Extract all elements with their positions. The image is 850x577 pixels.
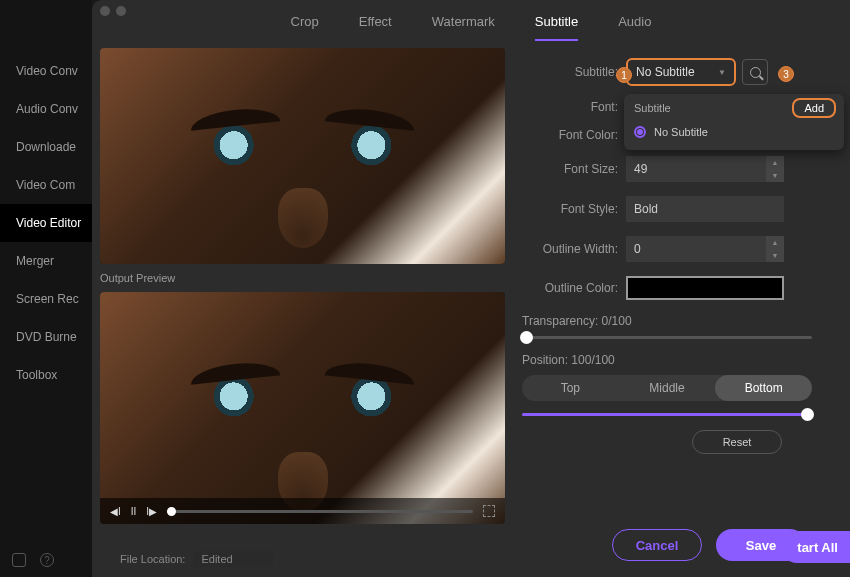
radio-on-icon: [634, 126, 646, 138]
cancel-button[interactable]: Cancel: [612, 529, 702, 561]
sidebar-item-toolbox[interactable]: Toolbox: [0, 356, 92, 394]
source-preview: [100, 48, 505, 264]
book-icon[interactable]: [12, 553, 26, 567]
position-slider[interactable]: [522, 413, 812, 416]
subtitle-option-none[interactable]: No Subtitle: [634, 122, 834, 142]
outline-color-swatch[interactable]: [626, 276, 784, 300]
annotation-badge-3: 3: [778, 66, 794, 82]
prev-frame-icon[interactable]: ◀I: [110, 506, 121, 517]
tab-watermark[interactable]: Watermark: [432, 14, 495, 41]
position-label: Position: 100/100: [522, 353, 842, 367]
file-location-value[interactable]: Edited: [193, 551, 272, 567]
annotation-badge-1: 1: [616, 67, 632, 83]
subtitle-label: Subtitle:: [522, 65, 626, 79]
sidebar: Video Conv Audio Conv Downloade Video Co…: [0, 0, 92, 577]
sidebar-item-video-com[interactable]: Video Com: [0, 166, 92, 204]
position-top[interactable]: Top: [522, 375, 619, 401]
sidebar-item-dvd-burner[interactable]: DVD Burne: [0, 318, 92, 356]
playback-bar: ◀I II I▶: [100, 498, 505, 524]
modal-actions: Cancel Save: [612, 529, 806, 561]
font-size-stepper[interactable]: ▲▼: [766, 156, 784, 182]
transparency-slider[interactable]: [522, 336, 812, 339]
font-size-input[interactable]: [626, 156, 766, 182]
outline-width-label: Outline Width:: [522, 242, 626, 256]
reset-button[interactable]: Reset: [692, 430, 782, 454]
tab-effect[interactable]: Effect: [359, 14, 392, 41]
tab-crop[interactable]: Crop: [291, 14, 319, 41]
outline-width-input[interactable]: [626, 236, 766, 262]
pause-icon[interactable]: II: [131, 506, 137, 517]
file-location: File Location: Edited: [120, 551, 273, 567]
start-all-button[interactable]: tart All: [781, 531, 850, 563]
font-label: Font:: [522, 100, 626, 114]
tab-audio[interactable]: Audio: [618, 14, 651, 41]
position-buttons: Top Middle Bottom: [522, 375, 812, 401]
subtitle-select[interactable]: No Subtitle ▼: [626, 58, 736, 86]
editor-tabs: Crop Effect Watermark Subtitle Audio: [92, 0, 850, 41]
subtitle-add-button[interactable]: Add: [792, 98, 836, 118]
sidebar-item-downloader[interactable]: Downloade: [0, 128, 92, 166]
output-preview-label: Output Preview: [100, 272, 175, 284]
font-color-label: Font Color:: [522, 128, 626, 142]
fullscreen-icon[interactable]: [483, 505, 495, 517]
window-controls[interactable]: [100, 6, 126, 16]
playback-track[interactable]: [167, 510, 473, 513]
file-location-label: File Location:: [120, 553, 185, 565]
subtitle-dropdown: Add Subtitle No Subtitle: [624, 94, 844, 150]
outline-color-label: Outline Color:: [522, 281, 626, 295]
next-frame-icon[interactable]: I▶: [146, 506, 157, 517]
subtitle-select-value: No Subtitle: [636, 65, 695, 79]
tab-subtitle[interactable]: Subtitle: [535, 14, 578, 41]
sidebar-item-audio-conv[interactable]: Audio Conv: [0, 90, 92, 128]
editor-modal: Crop Effect Watermark Subtitle Audio Out…: [92, 0, 850, 577]
position-middle[interactable]: Middle: [619, 375, 716, 401]
font-style-label: Font Style:: [522, 202, 626, 216]
sidebar-item-screen-rec[interactable]: Screen Rec: [0, 280, 92, 318]
sidebar-item-merger[interactable]: Merger: [0, 242, 92, 280]
search-icon: [750, 67, 761, 78]
font-style-input[interactable]: [626, 196, 784, 222]
position-bottom[interactable]: Bottom: [715, 375, 812, 401]
sidebar-item-video-conv[interactable]: Video Conv: [0, 52, 92, 90]
subtitle-search-button[interactable]: [742, 59, 768, 85]
output-preview: ◀I II I▶: [100, 292, 505, 524]
outline-width-stepper[interactable]: ▲▼: [766, 236, 784, 262]
help-icon[interactable]: ?: [40, 553, 54, 567]
sidebar-item-video-editor[interactable]: Video Editor: [0, 204, 92, 242]
subtitle-option-label: No Subtitle: [654, 126, 708, 138]
chevron-down-icon: ▼: [718, 68, 726, 77]
font-size-label: Font Size:: [522, 162, 626, 176]
transparency-label: Transparency: 0/100: [522, 314, 842, 328]
